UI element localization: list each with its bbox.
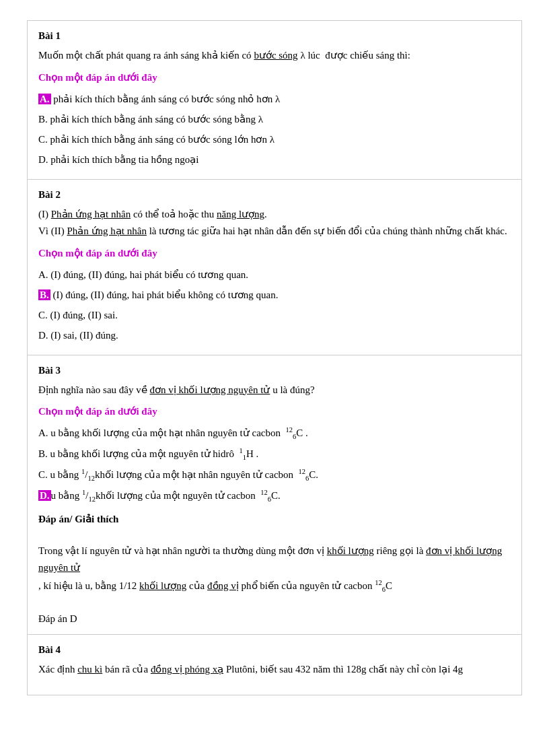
problem-1-text: Muốn một chất phát quang ra ánh sáng khả… (38, 47, 511, 65)
problem-4-text: Xác định chu kì bán rã của đồng vị phóng… (38, 661, 511, 679)
underline-nang-luong: năng lượng (217, 209, 264, 219)
option-2-d[interactable]: D. (I) sai, (II) đúng. (38, 325, 511, 345)
choose-label-3: Chọn một đáp án dưới đây (38, 405, 511, 417)
problem-1: Bài 1 Muốn một chất phát quang ra ánh sá… (27, 20, 522, 180)
sup-1-d: 1 (82, 489, 85, 496)
problem-4: Bài 4 Xác định chu kì bán rã của đồng vị… (27, 635, 522, 695)
problem-2-title: Bài 2 (38, 189, 511, 201)
answer-final-3: Đáp án D (38, 602, 511, 625)
answer-section-3: Đáp án/ Giải thích Trong vật lí nguyên t… (38, 513, 511, 625)
option-1-d-key: D. (38, 154, 48, 165)
sub-1-b: 1 (243, 454, 246, 461)
option-2-c[interactable]: C. (I) đúng, (II) sai. (38, 305, 511, 325)
option-3-c[interactable]: C. u bằng 1/12khối lượng của một hạt nhâ… (38, 465, 511, 485)
sub-6-d: 6 (268, 495, 271, 503)
problem-2-line1: (I) Phản ứng hạt nhân có thể toả hoặc th… (38, 206, 511, 224)
option-3-d-key: D. (38, 490, 51, 501)
underline-phan-ung-2: Phản ứng hạt nhân (67, 226, 146, 236)
sub-12-c: 12 (87, 475, 95, 482)
answer-text-3: Trong vật lí nguyên tử và hạt nhân người… (38, 525, 511, 595)
underline-don-vi-kl: đơn vị khối lượng nguyên tử (38, 545, 502, 574)
options-1: A. phải kích thích bằng ánh sáng có bước… (38, 89, 511, 170)
page: Bài 1 Muốn một chất phát quang ra ánh sá… (0, 0, 549, 716)
problem-3: Bài 3 Định nghĩa nào sau đây về đơn vị k… (27, 355, 522, 635)
option-1-b[interactable]: B. phải kích thích bằng ánh sáng có bước… (38, 109, 511, 129)
problem-1-title: Bài 1 (38, 30, 511, 42)
sub-6-a: 6 (293, 433, 296, 440)
sup-12-ans: 12 (375, 579, 382, 586)
sup-12-c: 12 (299, 468, 306, 475)
sup-1-c: 1 (81, 468, 85, 475)
option-1-b-key: B. (38, 114, 48, 125)
underline-dong-vi: đồng vị (207, 580, 239, 591)
problem-4-title: Bài 4 (38, 644, 511, 656)
underline-dong-vi-px: đồng vị phóng xạ (151, 664, 223, 675)
underline-chu-ki: chu kì (77, 664, 102, 675)
problem-3-title: Bài 3 (38, 365, 511, 376)
sup-12-d: 12 (260, 489, 268, 496)
option-1-a[interactable]: A. phải kích thích bằng ánh sáng có bước… (38, 89, 511, 109)
sub-12-d: 12 (89, 495, 96, 503)
underline-khoi-luong-2: khối lượng (139, 580, 186, 591)
problem-2-text: (I) Phản ứng hạt nhân có thể toả hoặc th… (38, 206, 511, 240)
choose-label-2: Chọn một đáp án dưới đây (38, 247, 511, 259)
underline-khoi-luong-1: khối lượng (327, 545, 374, 556)
option-1-a-key: A. (38, 94, 51, 104)
option-1-c[interactable]: C. phải kích thích bằng ánh sáng có bước… (38, 129, 511, 149)
option-1-c-key: C. (38, 134, 48, 145)
problem-2: Bài 2 (I) Phản ứng hạt nhân có thể toả h… (27, 180, 522, 355)
sub-6-c: 6 (305, 475, 309, 482)
option-2-b[interactable]: B. (I) đúng, (II) đúng, hai phát biểu kh… (38, 285, 511, 305)
problem-3-text: Định nghĩa nào sau đây về đơn vị khối lư… (38, 382, 511, 399)
problem-2-line2: Vì (II) Phản ứng hạt nhân là tương tác g… (38, 223, 511, 240)
sup-12-a: 12 (285, 426, 293, 434)
option-3-a[interactable]: A. u bằng khối lượng của một hạt nhân ng… (38, 423, 511, 444)
option-2-b-key: B. (38, 289, 50, 300)
option-3-b[interactable]: B. u bằng khối lượng của một nguyên tử h… (38, 444, 511, 465)
underline-phan-ung-1: Phản ứng hạt nhân (51, 209, 131, 219)
underline-buoc-song-1: bước sóng (254, 50, 297, 61)
underline-don-vi: đơn vị khối lượng nguyên tử (149, 384, 270, 395)
options-2: A. (I) đúng, (II) đúng, hai phát biểu có… (38, 265, 511, 345)
option-1-d[interactable]: D. phải kích thích bằng tia hồng ngoại (38, 149, 511, 170)
option-2-a[interactable]: A. (I) đúng, (II) đúng, hai phát biểu có… (38, 265, 511, 285)
option-3-d[interactable]: D.u bằng 1/12khối lượng của một nguyên t… (38, 485, 511, 506)
sub-6-ans: 6 (382, 586, 386, 593)
choose-label-1: Chọn một đáp án dưới đây (38, 71, 511, 83)
answer-title-3: Đáp án/ Giải thích (38, 513, 511, 525)
options-3: A. u bằng khối lượng của một hạt nhân ng… (38, 423, 511, 506)
